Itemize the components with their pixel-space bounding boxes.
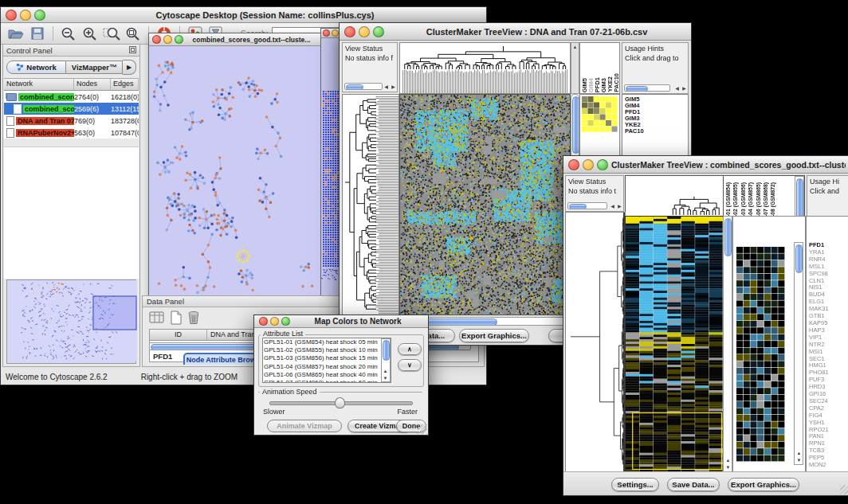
close-button[interactable] xyxy=(344,26,355,37)
scroll-up-arrow[interactable]: ▲ xyxy=(382,368,389,374)
dialog-titlebar[interactable]: Map Colors to Network xyxy=(254,315,428,328)
move-down-button[interactable]: ∨ xyxy=(398,359,422,371)
vscroll-thumb[interactable] xyxy=(724,218,732,256)
column-label[interactable]: PAC10 xyxy=(613,73,619,92)
close-button[interactable] xyxy=(323,29,330,37)
zoom-button[interactable] xyxy=(34,10,45,21)
treeview2-titlebar[interactable]: ClusterMaker TreeView : combined_scores_… xyxy=(563,156,848,174)
tv2-column-dendrogram[interactable] xyxy=(625,175,724,217)
resize-grip[interactable] xyxy=(840,485,848,494)
zoom-selected-icon[interactable] xyxy=(103,25,120,41)
close-button[interactable] xyxy=(568,159,579,170)
move-up-button[interactable]: ∧ xyxy=(398,343,422,355)
attribute-item[interactable]: GPL51-01 (GSM854) heat shock 05 min xyxy=(264,338,380,346)
minimize-button[interactable] xyxy=(163,35,172,44)
attribute-item[interactable]: GPL51-07 (GSM868) heat shock 60 min xyxy=(264,379,380,383)
export-graphics-button[interactable]: Export Graphics... xyxy=(728,478,799,491)
attribute-item[interactable]: GPL51-03 (GSM856) heat shock 15 min xyxy=(264,354,380,362)
scroll-right-arrow[interactable]: ▶ xyxy=(616,203,623,209)
view-status-scrollbar[interactable] xyxy=(567,202,607,209)
tv2-heatmap-vscrollbar[interactable]: ▲ ▼ xyxy=(723,216,732,472)
column-label[interactable]: PFD1 xyxy=(594,77,600,92)
scroll-up-arrow[interactable]: ▲ xyxy=(724,457,732,463)
float-panel-icon[interactable] xyxy=(129,46,136,55)
network-row[interactable]: combined_scores 2764(0) 16218(0) xyxy=(4,91,139,103)
col-edges[interactable]: Edges xyxy=(111,79,139,90)
tab-vizmapper[interactable]: VizMapper™ xyxy=(66,61,123,74)
animation-slider-thumb[interactable] xyxy=(335,397,345,408)
create-attribute-icon[interactable] xyxy=(170,311,183,326)
tv1-dendro-scroll-strip[interactable]: ▲ xyxy=(571,42,579,94)
minimize-button[interactable] xyxy=(332,29,339,37)
minimize-button[interactable] xyxy=(583,159,594,170)
settings-button[interactable]: Settings... xyxy=(611,478,659,491)
tv2-heatmap[interactable] xyxy=(625,216,724,472)
network-canvas[interactable] xyxy=(149,46,319,294)
minimize-button[interactable] xyxy=(20,10,31,21)
gene-label[interactable]: MON2 xyxy=(809,462,829,469)
tab-network[interactable]: Network xyxy=(6,61,66,74)
scroll-left-arrow[interactable]: ◀ xyxy=(609,203,616,209)
usage-hints-scrollbar[interactable] xyxy=(624,84,670,92)
tv1-heatmap[interactable] xyxy=(399,94,571,315)
treeview1-titlebar[interactable]: ClusterMaker TreeView : DNA and Tran 07-… xyxy=(340,23,691,41)
tv2-zoom-vscrollbar[interactable]: ▲ ▼ xyxy=(794,242,803,465)
network-table-header[interactable]: Network Nodes Edges xyxy=(4,78,139,91)
vscroll-thumb[interactable] xyxy=(572,96,579,154)
network-row[interactable]: DNA and Tran 07 769(0) 183728(0) xyxy=(4,115,139,127)
close-button[interactable] xyxy=(259,317,268,326)
tv1-row-dendrogram[interactable] xyxy=(342,94,399,315)
scroll-left-arrow[interactable]: ◀ xyxy=(383,84,390,90)
col-id[interactable]: ID xyxy=(150,330,207,340)
zoom-button[interactable] xyxy=(373,26,384,37)
attribute-item[interactable]: GPL51-06 (GSM865) heat shock 40 min xyxy=(264,371,380,379)
scroll-down-arrow[interactable]: ▼ xyxy=(382,375,389,381)
attribute-item[interactable]: GPL51-02 (GSM855) heat shock 10 min xyxy=(264,346,380,354)
col-nodes[interactable]: Nodes xyxy=(74,79,111,90)
scroll-thumb[interactable] xyxy=(626,86,648,92)
network-row[interactable]: RNAPuberNov2+ 563(0) 107847(0) xyxy=(4,127,139,139)
open-file-icon[interactable] xyxy=(7,25,25,41)
col-network[interactable]: Network xyxy=(4,79,74,90)
column-label[interactable]: YKE2 xyxy=(607,76,613,92)
close-button[interactable] xyxy=(152,35,161,44)
column-label[interactable]: GIM5 xyxy=(581,78,587,92)
scroll-left-arrow[interactable]: ◀ xyxy=(673,85,681,92)
scroll-thumb[interactable] xyxy=(569,204,587,209)
minimize-button[interactable] xyxy=(359,26,370,37)
column-label[interactable]: GIM4 xyxy=(587,78,594,92)
zoom-fit-icon[interactable] xyxy=(124,25,142,41)
tv1-column-dendrogram[interactable] xyxy=(399,42,571,94)
scroll-right-arrow[interactable]: ▶ xyxy=(390,84,397,90)
delete-attribute-trash-icon[interactable] xyxy=(187,311,200,326)
select-attributes-icon[interactable] xyxy=(149,311,165,326)
zoom-in-icon[interactable] xyxy=(81,25,99,41)
network-overview-thumbnail[interactable] xyxy=(7,280,137,361)
row-label[interactable]: PAC10 xyxy=(625,128,685,135)
save-data-button[interactable]: Save Data... xyxy=(667,478,720,491)
tv2-zoom-heatmap[interactable] xyxy=(736,247,785,462)
tab-overflow-button[interactable]: ▶ xyxy=(123,60,136,75)
column-label[interactable]: GIM3 xyxy=(600,78,607,92)
close-button[interactable] xyxy=(6,10,17,21)
scroll-thumb[interactable] xyxy=(383,340,390,361)
scroll-thumb[interactable] xyxy=(346,84,363,90)
tv1-zoom-heatmap[interactable] xyxy=(582,96,618,132)
scroll-right-arrow[interactable]: ▶ xyxy=(681,85,688,92)
attribute-list[interactable]: GPL51-01 (GSM854) heat shock 05 minGPL51… xyxy=(262,338,391,383)
attribute-list-scrollbar[interactable]: ▲ ▼ xyxy=(381,338,391,382)
scroll-down-arrow[interactable]: ▼ xyxy=(724,464,732,471)
scroll-thumb[interactable] xyxy=(795,244,803,273)
zoom-button[interactable] xyxy=(175,35,183,44)
network-canvas-2[interactable] xyxy=(321,38,340,295)
network-row[interactable]: combined_sco 2569(6) 13112(15) xyxy=(4,103,139,115)
animate-vizmap-button[interactable]: Animate Vizmap xyxy=(267,420,342,432)
scroll-up-arrow[interactable]: ▲ xyxy=(795,450,803,456)
minimize-button[interactable] xyxy=(270,317,279,326)
network-view-titlebar[interactable]: combined_scores_good.txt--cluste... xyxy=(149,33,320,46)
resize-grip[interactable] xyxy=(418,424,427,434)
zoom-button[interactable] xyxy=(597,159,608,170)
save-session-icon[interactable] xyxy=(29,25,46,41)
tv2-row-dendrogram[interactable] xyxy=(565,212,626,472)
attribute-item[interactable]: GPL51-04 (GSM857) heat shock 20 min xyxy=(264,363,380,371)
